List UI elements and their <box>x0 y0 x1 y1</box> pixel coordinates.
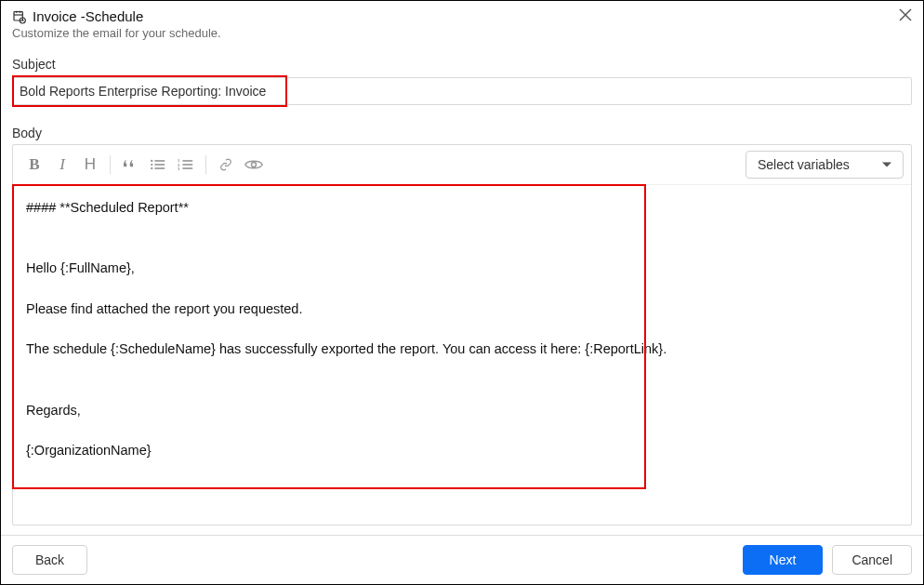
list-ul-icon <box>150 158 166 171</box>
body-textarea[interactable]: #### **Scheduled Report** Hello {:FullNa… <box>13 185 911 525</box>
quote-button[interactable] <box>116 153 144 177</box>
bold-button[interactable]: B <box>20 153 48 177</box>
schedule-email-modal: Invoice -Schedule Customize the email fo… <box>1 1 923 584</box>
svg-rect-0 <box>14 11 22 20</box>
italic-button[interactable]: I <box>48 153 76 177</box>
cancel-button[interactable]: Cancel <box>832 545 912 575</box>
heading-button[interactable]: H <box>76 153 104 177</box>
subject-row: Bold Reports Enterprise Reporting: Invoi… <box>12 75 912 107</box>
svg-point-11 <box>151 164 152 166</box>
svg-point-13 <box>151 167 152 169</box>
back-button[interactable]: Back <box>12 545 87 575</box>
link-button[interactable] <box>212 153 240 177</box>
editor-toolbar: B I H <box>13 145 911 185</box>
body-label: Body <box>12 126 912 140</box>
svg-text:3: 3 <box>178 166 180 171</box>
close-button[interactable] <box>899 8 912 21</box>
toolbar-divider <box>205 155 206 174</box>
calendar-schedule-icon <box>12 9 27 24</box>
link-icon <box>218 158 234 171</box>
modal-subtitle: Customize the email for your schedule. <box>12 26 912 40</box>
body-editor: B I H <box>12 144 912 525</box>
form-section: Subject Bold Reports Enterprise Reportin… <box>1 46 923 535</box>
preview-button[interactable] <box>240 153 268 177</box>
subject-label: Subject <box>12 57 912 72</box>
modal-title: Invoice -Schedule <box>33 8 143 24</box>
svg-point-21 <box>252 163 257 167</box>
close-icon <box>899 8 912 21</box>
select-variables-dropdown[interactable]: Select variables <box>746 151 904 179</box>
select-variables-label: Select variables <box>758 157 850 172</box>
subject-input[interactable]: Bold Reports Enterprise Reporting: Invoi… <box>20 77 266 105</box>
modal-footer: Back Next Cancel <box>1 535 923 584</box>
unordered-list-button[interactable] <box>144 153 172 177</box>
toolbar-divider <box>110 155 111 174</box>
list-ol-icon: 1 2 3 <box>178 158 194 171</box>
next-button[interactable]: Next <box>743 545 824 575</box>
editor-content-wrap: #### **Scheduled Report** Hello {:FullNa… <box>13 185 911 525</box>
svg-point-9 <box>151 160 152 162</box>
eye-icon <box>244 158 263 171</box>
quote-icon <box>122 158 139 171</box>
ordered-list-button[interactable]: 1 2 3 <box>172 153 200 177</box>
modal-header: Invoice -Schedule Customize the email fo… <box>1 1 923 46</box>
